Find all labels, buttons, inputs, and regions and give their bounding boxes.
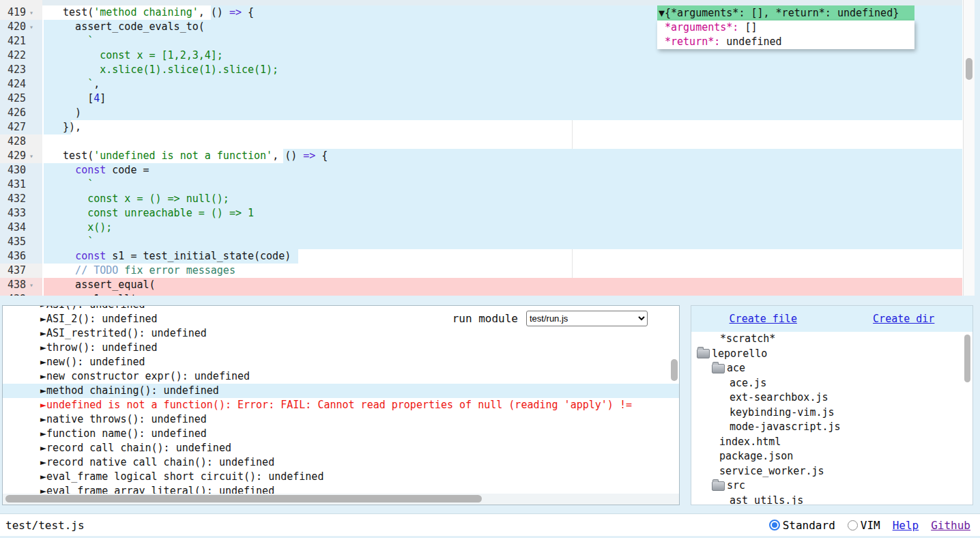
code-line[interactable]: [42, 134, 962, 149]
code-token: ]: [100, 92, 106, 104]
gutter-cell: 427: [0, 120, 42, 134]
code-line-text: x();: [42, 221, 962, 235]
code-line[interactable]: const unreachable = () => 1: [42, 206, 962, 221]
editor-scrollbar-thumb[interactable]: [966, 58, 972, 80]
github-link[interactable]: Github: [931, 519, 970, 532]
gutter-cell: 438▾: [0, 278, 42, 292]
fold-arrow-icon[interactable]: ▾: [26, 278, 37, 292]
radio-vim-label[interactable]: VIM: [861, 519, 880, 532]
tooltip-row-arguments[interactable]: *arguments*: []: [657, 20, 914, 35]
file-tree-item-label: ace: [727, 361, 745, 376]
create-dir-link[interactable]: Create dir: [873, 313, 934, 325]
run-module-select[interactable]: test/run.js: [526, 311, 648, 326]
create-file-link[interactable]: Create file: [730, 313, 797, 325]
code-line[interactable]: ): [42, 106, 962, 120]
code-line[interactable]: const s1 = test_initial_state(code): [42, 249, 962, 264]
file-tree-item[interactable]: ext-searchbox.js: [691, 391, 972, 406]
file-tree-item[interactable]: index.html: [691, 435, 972, 450]
test-result-item[interactable]: ►ASI_restrited(): undefined: [3, 326, 679, 341]
results-hscrollbar[interactable]: [3, 494, 679, 505]
fold-arrow-icon[interactable]: ▾: [26, 149, 37, 163]
code-line[interactable]: assert_equal(: [42, 278, 962, 292]
fold-arrow-icon: [26, 264, 37, 278]
code-line[interactable]: const x = () => null();: [42, 192, 962, 206]
results-hscrollbar-thumb[interactable]: [5, 495, 482, 502]
test-result-item[interactable]: ►new(): undefined: [3, 355, 679, 369]
code-token: code =: [106, 164, 149, 176]
radio-vim-icon[interactable]: [848, 520, 858, 530]
code-line[interactable]: }),: [42, 120, 962, 134]
results-vscrollbar-thumb[interactable]: [671, 359, 678, 381]
gutter-cell: 426: [0, 106, 42, 120]
code-token: ,: [93, 78, 100, 90]
gutter-cell: 430: [0, 163, 42, 178]
line-number: 431: [0, 178, 26, 192]
test-result-item[interactable]: ►record call chain(): undefined: [3, 441, 679, 455]
file-tree-item[interactable]: leporello: [691, 347, 972, 362]
code-line-text: `: [42, 178, 962, 192]
file-tree-item[interactable]: ace: [691, 361, 972, 376]
file-tree-item[interactable]: src: [691, 479, 972, 494]
code-line[interactable]: // TODO fix error messages: [42, 264, 962, 278]
test-result-item[interactable]: ►new constructor expr(): undefined: [3, 369, 679, 384]
file-tree-item-label: ast_utils.js: [730, 494, 803, 506]
fold-arrow-icon[interactable]: ▾: [26, 5, 37, 20]
code-token: const unreachable = () => 1: [51, 207, 254, 219]
line-number: 435: [0, 235, 26, 249]
radio-standard-label[interactable]: Standard: [783, 519, 835, 532]
editor-scrollbar[interactable]: [963, 0, 975, 296]
test-result-item[interactable]: ►undefined is not a function(): Error: F…: [3, 398, 679, 412]
test-result-item[interactable]: ►method chaining(): undefined: [3, 384, 679, 398]
folder-icon: [712, 364, 725, 373]
keybinding-standard-option[interactable]: Standard: [769, 519, 835, 532]
status-bar-right: Standard VIM Help Github: [769, 519, 980, 532]
fold-arrow-icon: [26, 34, 37, 48]
code-line[interactable]: x();: [42, 221, 962, 235]
fold-arrow-icon[interactable]: ▾: [26, 20, 37, 34]
tooltip-value: undefined: [720, 36, 781, 48]
files-vscrollbar-thumb[interactable]: [964, 335, 970, 382]
folder-icon: [697, 349, 710, 358]
code-line[interactable]: const x = [1,2,3,4];: [42, 48, 962, 63]
test-result-item[interactable]: ►eval_frame logical short circuit(): und…: [3, 470, 679, 484]
fold-arrow-icon: [26, 48, 37, 63]
code-line[interactable]: x.slice(1).slice(1).slice(1);: [42, 63, 962, 77]
value-tooltip-header[interactable]: ▼{*arguments*: [], *return*: undefined}: [657, 5, 914, 20]
code-line[interactable]: s1.calltree: [42, 292, 962, 296]
test-result-item[interactable]: ►record native call chain(): undefined: [3, 455, 679, 470]
code-line-text: const code =: [42, 163, 962, 178]
code-line[interactable]: [4]: [42, 91, 962, 106]
radio-standard-icon[interactable]: [769, 520, 780, 530]
test-result-item[interactable]: ►native throws(): undefined: [3, 412, 679, 427]
folder-icon: [712, 481, 725, 491]
code-line[interactable]: `,: [42, 77, 962, 91]
code-token: {: [242, 6, 254, 18]
code-line[interactable]: const code =: [42, 163, 962, 178]
gutter-cell: 422: [0, 48, 42, 63]
file-tree-item-label: src: [727, 479, 745, 494]
file-tree-item[interactable]: mode-javascript.js: [691, 420, 972, 435]
tooltip-row-return[interactable]: *return*: undefined: [657, 35, 914, 49]
file-tree-item[interactable]: *scratch*: [691, 332, 972, 347]
code-line[interactable]: `: [42, 178, 962, 192]
file-tree-item[interactable]: ast_utils.js: [691, 494, 972, 506]
fold-arrow-icon: [26, 91, 37, 106]
file-tree-item[interactable]: service_worker.js: [691, 464, 972, 479]
gutter-cell: 435: [0, 235, 42, 249]
value-tooltip[interactable]: ▼{*arguments*: [], *return*: undefined} …: [657, 5, 914, 49]
help-link[interactable]: Help: [893, 519, 919, 532]
code-line[interactable]: `: [42, 235, 962, 249]
tooltip-value: []: [738, 21, 757, 33]
code-token: `: [51, 35, 93, 47]
line-number: 428: [0, 134, 26, 149]
file-tree-item[interactable]: keybinding-vim.js: [691, 406, 972, 421]
test-result-item[interactable]: ►function name(): undefined: [3, 427, 679, 441]
file-tree-item[interactable]: package.json: [691, 449, 972, 464]
code-line[interactable]: test('undefined is not a function', () =…: [42, 149, 962, 163]
code-token: const x = [1,2,3,4];: [51, 49, 223, 61]
gutter-cell: 439: [0, 292, 42, 296]
code-token: const: [75, 250, 106, 262]
keybinding-vim-option[interactable]: VIM: [848, 519, 880, 532]
test-result-item[interactable]: ►throw(): undefined: [3, 341, 679, 355]
file-tree-item[interactable]: ace.js: [691, 376, 972, 391]
